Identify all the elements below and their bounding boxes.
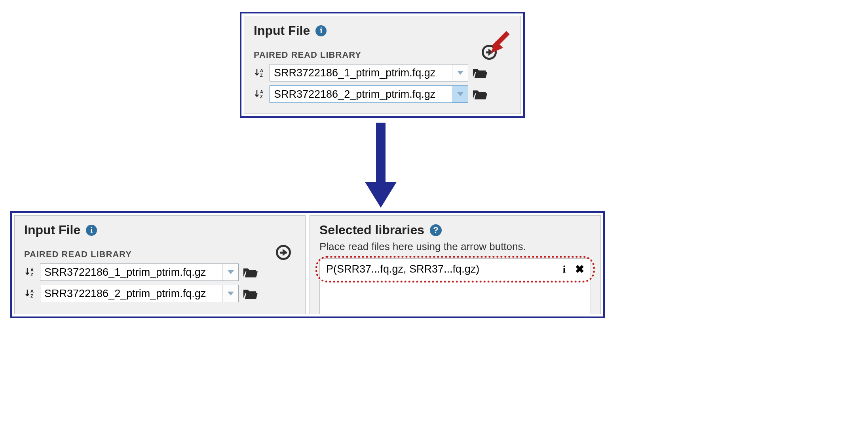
- flow-down-arrow-icon: [363, 123, 399, 210]
- file-row-2: AZ SRR3722186_2_ptrim_ptrim.fq.gz: [24, 285, 296, 302]
- svg-text:A: A: [30, 267, 34, 272]
- sort-az-icon[interactable]: AZ: [24, 288, 36, 299]
- bottom-panel: Input File i PAIRED READ LIBRARY AZ SRR3…: [10, 211, 605, 318]
- top-panel: Input File i PAIRED READ LIBRARY AZ SRR3…: [240, 12, 525, 118]
- sort-az-icon[interactable]: AZ: [254, 89, 266, 99]
- svg-text:Z: Z: [30, 294, 33, 298]
- svg-text:A: A: [260, 89, 263, 94]
- section-title: Input File i: [254, 23, 511, 38]
- entry-actions: i ✖: [563, 263, 584, 276]
- top-panel-inner: Input File i PAIRED READ LIBRARY AZ SRR3…: [244, 16, 521, 114]
- selected-libraries-label: Selected libraries: [319, 223, 424, 237]
- bottom-right-panel: Selected libraries ? Place read files he…: [310, 215, 601, 314]
- file-select-2[interactable]: SRR3722186_2_ptrim_ptrim.fq.gz: [270, 85, 468, 103]
- browse-folder-button[interactable]: [243, 287, 258, 300]
- file-row-1: AZ SRR3722186_1_ptrim_ptrim.fq.gz: [254, 64, 511, 81]
- paired-read-library-label: PAIRED READ LIBRARY: [254, 50, 511, 60]
- paired-read-library-label: PAIRED READ LIBRARY: [24, 249, 296, 260]
- file-select-1-value: SRR3722186_1_ptrim_ptrim.fq.gz: [40, 264, 222, 280]
- svg-text:Z: Z: [260, 94, 263, 99]
- browse-folder-button[interactable]: [472, 66, 487, 79]
- svg-rect-6: [376, 123, 386, 182]
- selected-libraries-hint: Place read files here using the arrow bu…: [319, 241, 591, 253]
- arrow-right-icon: [280, 252, 287, 254]
- browse-folder-button[interactable]: [472, 88, 487, 100]
- svg-text:Z: Z: [260, 73, 263, 78]
- file-select-2-value: SRR3722186_2_ptrim_ptrim.fq.gz: [270, 86, 452, 102]
- add-to-selected-button[interactable]: [276, 245, 291, 260]
- file-select-1[interactable]: SRR3722186_1_ptrim_ptrim.fq.gz: [40, 263, 239, 281]
- info-icon[interactable]: i: [315, 25, 327, 36]
- file-row-1: AZ SRR3722186_1_ptrim_ptrim.fq.gz: [24, 263, 296, 281]
- browse-folder-button[interactable]: [243, 266, 258, 279]
- selected-library-entry: P(SRR37...fq.gz, SRR37...fq.gz) i ✖: [319, 258, 591, 280]
- section-title: Selected libraries ?: [319, 223, 591, 237]
- svg-text:Z: Z: [30, 272, 33, 277]
- selected-entry-wrap: P(SRR37...fq.gz, SRR37...fq.gz) i ✖: [319, 258, 591, 280]
- svg-marker-7: [365, 182, 397, 208]
- selected-library-value: P(SRR37...fq.gz, SRR37...fq.gz): [326, 263, 479, 275]
- bottom-left-panel: Input File i PAIRED READ LIBRARY AZ SRR3…: [14, 215, 306, 314]
- selected-list-body: [319, 280, 591, 314]
- file-select-1-value: SRR3722186_1_ptrim_ptrim.fq.gz: [270, 64, 452, 81]
- dropdown-caret-icon[interactable]: [452, 86, 468, 102]
- dropdown-caret-icon[interactable]: [222, 264, 238, 280]
- sort-az-icon[interactable]: AZ: [24, 267, 36, 277]
- dropdown-caret-icon[interactable]: [222, 285, 238, 302]
- info-icon[interactable]: i: [86, 225, 97, 236]
- sort-az-icon[interactable]: AZ: [254, 68, 266, 78]
- help-icon[interactable]: ?: [430, 224, 442, 236]
- entry-remove-button[interactable]: ✖: [575, 263, 584, 276]
- input-file-label: Input File: [254, 23, 310, 38]
- file-select-2-value: SRR3722186_2_ptrim_ptrim.fq.gz: [40, 285, 222, 302]
- red-callout-arrow-icon: [487, 25, 519, 57]
- file-select-2[interactable]: SRR3722186_2_ptrim_ptrim.fq.gz: [40, 285, 239, 302]
- svg-text:A: A: [260, 68, 263, 73]
- input-file-label: Input File: [24, 223, 80, 237]
- section-title: Input File i: [24, 223, 296, 237]
- file-row-2: AZ SRR3722186_2_ptrim_ptrim.fq.gz: [254, 85, 511, 103]
- file-select-1[interactable]: SRR3722186_1_ptrim_ptrim.fq.gz: [270, 64, 468, 81]
- svg-text:A: A: [30, 289, 34, 294]
- dropdown-caret-icon[interactable]: [452, 64, 468, 81]
- entry-info-button[interactable]: i: [563, 263, 566, 275]
